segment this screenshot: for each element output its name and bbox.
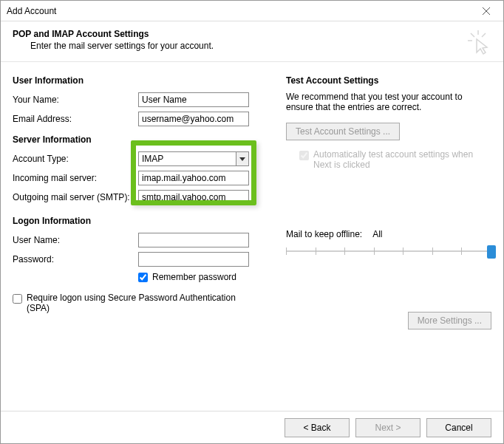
remember-password-row: Remember password [138,272,270,282]
remember-password-label: Remember password [152,272,236,282]
row-your-name: Your Name: [13,92,270,108]
username-label: User Name: [13,235,138,245]
titlebar: Add Account [1,1,503,21]
back-button[interactable]: < Back [285,418,350,437]
window-title: Add Account [7,6,475,16]
next-button[interactable]: Next > [355,418,420,437]
left-column: User Information Your Name: Email Addres… [13,72,270,420]
row-username: User Name: [13,232,270,248]
row-incoming: Incoming mail server: [13,170,270,186]
recommend-text: We recommend that you test your account … [286,92,491,112]
slider-thumb[interactable] [487,245,496,259]
mail-offline-section: Mail to keep offline: All [286,229,491,260]
right-column: Test Account Settings We recommend that … [270,72,491,420]
section-server-info: Server Information [13,134,270,145]
auto-test-label: Automatically test account settings when… [313,149,491,170]
your-name-input[interactable] [138,92,249,107]
close-button[interactable] [475,1,497,21]
incoming-label: Incoming mail server: [13,173,138,183]
spa-row: Require logon using Secure Password Auth… [13,293,270,313]
header-subtitle: Enter the mail server settings for your … [30,41,491,51]
email-label: Email Address: [13,114,138,124]
outgoing-label: Outgoing mail server (SMTP): [13,192,138,202]
account-type-select[interactable]: IMAP [138,151,249,166]
header-title: POP and IMAP Account Settings [13,29,491,39]
incoming-input[interactable] [138,171,249,185]
svg-line-4 [482,33,486,37]
row-outgoing: Outgoing mail server (SMTP): [13,189,270,205]
section-test: Test Account Settings [286,75,491,86]
section-user-info: User Information [13,75,270,86]
dialog-footer: < Back Next > Cancel [1,411,503,443]
pointer-arrow-icon [466,29,490,58]
dialog-header: POP and IMAP Account Settings Enter the … [1,21,503,62]
row-email: Email Address: [13,111,270,127]
row-account-type: Account Type: IMAP [13,151,270,167]
mail-offline-value: All [372,229,382,239]
chevron-down-icon [239,157,245,161]
auto-test-checkbox [299,151,309,160]
auto-test-row: Automatically test account settings when… [299,149,491,170]
close-icon [483,7,490,15]
section-logon-info: Logon Information [13,216,270,226]
outgoing-input[interactable] [138,190,249,205]
svg-line-3 [471,33,474,37]
more-settings-button[interactable]: More Settings ... [408,312,491,329]
username-input[interactable] [138,233,249,247]
your-name-label: Your Name: [13,95,138,105]
password-label: Password: [13,254,138,264]
mail-offline-slider[interactable] [286,242,491,260]
account-type-dropdown-button[interactable] [236,152,248,165]
cancel-button[interactable]: Cancel [426,418,491,437]
account-type-value: IMAP [142,154,163,164]
email-input[interactable] [138,112,249,126]
test-account-button[interactable]: Test Account Settings ... [286,123,400,140]
remember-password-checkbox[interactable] [138,273,148,282]
spa-checkbox[interactable] [13,294,22,304]
dialog-body: User Information Your Name: Email Addres… [1,62,503,420]
account-type-label: Account Type: [13,154,138,164]
row-password: Password: [13,251,270,267]
mail-offline-label: Mail to keep offline: [286,229,362,239]
password-input[interactable] [138,252,249,267]
spa-label: Require logon using Secure Password Auth… [27,293,248,313]
